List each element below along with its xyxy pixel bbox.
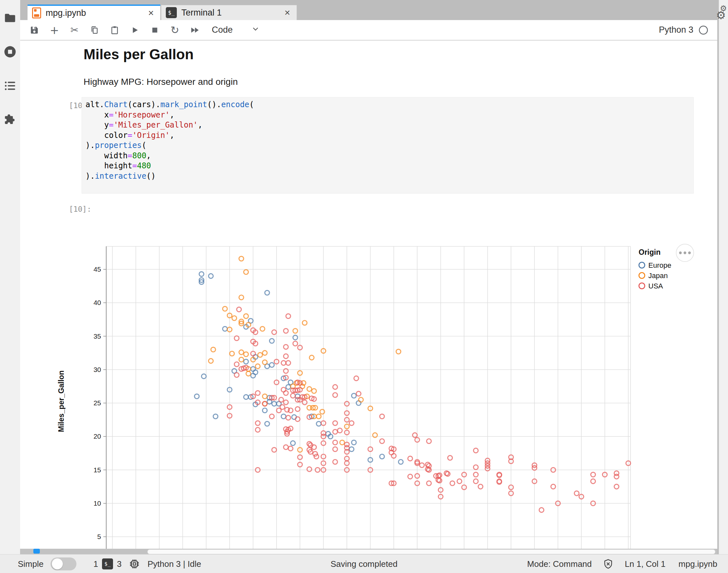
- data-point-usa[interactable]: [255, 427, 260, 432]
- data-point-usa[interactable]: [290, 393, 295, 398]
- data-point-japan[interactable]: [258, 353, 262, 357]
- data-point-japan[interactable]: [320, 410, 325, 414]
- data-point-japan[interactable]: [262, 351, 267, 355]
- tab-notebook[interactable]: mpg.ipynb ×: [28, 5, 160, 20]
- data-point-europe[interactable]: [201, 374, 206, 378]
- data-point-usa[interactable]: [333, 460, 337, 464]
- command-mode-indicator[interactable]: Mode: Command: [527, 559, 592, 569]
- data-point-usa[interactable]: [286, 361, 290, 365]
- run-all-button[interactable]: [189, 23, 201, 37]
- legend-symbol-europe[interactable]: [639, 262, 645, 268]
- data-point-usa[interactable]: [333, 421, 337, 425]
- data-point-japan[interactable]: [239, 256, 244, 261]
- data-point-usa[interactable]: [284, 400, 288, 405]
- tab-terminal[interactable]: $_ Terminal 1 ×: [161, 5, 297, 20]
- data-point-japan[interactable]: [307, 386, 311, 391]
- data-point-usa[interactable]: [237, 307, 241, 312]
- paste-cells-button[interactable]: [109, 23, 120, 37]
- data-point-usa[interactable]: [284, 369, 288, 373]
- data-point-europe[interactable]: [262, 408, 267, 413]
- data-point-usa[interactable]: [354, 376, 358, 380]
- data-point-europe[interactable]: [265, 421, 270, 426]
- data-point-japan[interactable]: [239, 350, 244, 355]
- data-point-usa[interactable]: [284, 345, 288, 349]
- data-point-japan[interactable]: [223, 307, 227, 311]
- data-point-japan[interactable]: [262, 394, 267, 399]
- data-point-europe[interactable]: [349, 447, 354, 451]
- data-point-usa[interactable]: [288, 446, 293, 451]
- data-point-usa[interactable]: [293, 341, 298, 346]
- cut-cells-button[interactable]: ✂: [69, 23, 80, 37]
- code-editor[interactable]: alt.Chart(cars).mark_point().encode( x='…: [86, 100, 254, 181]
- data-point-japan[interactable]: [317, 414, 321, 419]
- data-point-europe[interactable]: [265, 291, 270, 295]
- cell-type-dropdown[interactable]: Code: [212, 25, 259, 35]
- data-point-usa[interactable]: [272, 448, 276, 452]
- data-point-usa[interactable]: [412, 433, 417, 437]
- data-point-usa[interactable]: [262, 402, 267, 406]
- data-point-usa[interactable]: [450, 481, 455, 485]
- data-point-europe[interactable]: [199, 272, 204, 276]
- data-point-japan[interactable]: [239, 295, 244, 300]
- data-point-usa[interactable]: [591, 479, 595, 483]
- data-point-usa[interactable]: [272, 330, 276, 334]
- data-point-japan[interactable]: [255, 364, 260, 368]
- data-point-europe[interactable]: [352, 440, 356, 445]
- legend-symbol-japan[interactable]: [639, 273, 645, 278]
- horizontal-scrollbar[interactable]: [147, 550, 715, 554]
- data-point-usa[interactable]: [408, 456, 412, 461]
- close-icon[interactable]: ×: [282, 7, 292, 18]
- data-point-usa[interactable]: [474, 448, 478, 453]
- data-point-japan[interactable]: [244, 314, 248, 318]
- data-point-usa[interactable]: [474, 479, 478, 483]
- data-point-europe[interactable]: [244, 395, 248, 399]
- sidebar-extensions-icon[interactable]: [0, 113, 20, 127]
- data-point-europe[interactable]: [223, 327, 227, 331]
- data-point-europe[interactable]: [272, 402, 276, 406]
- run-cell-button[interactable]: [129, 23, 141, 37]
- data-point-europe[interactable]: [244, 359, 248, 364]
- data-point-usa[interactable]: [235, 362, 239, 366]
- data-point-europe[interactable]: [352, 393, 356, 398]
- data-point-japan[interactable]: [262, 360, 267, 365]
- data-point-usa[interactable]: [349, 421, 354, 425]
- data-point-usa[interactable]: [427, 481, 431, 485]
- data-point-japan[interactable]: [340, 440, 344, 445]
- stop-kernel-button[interactable]: [149, 23, 161, 37]
- sidebar-table-of-contents-icon[interactable]: [0, 79, 20, 94]
- data-point-europe[interactable]: [208, 273, 213, 278]
- data-point-europe[interactable]: [290, 441, 295, 446]
- data-point-europe[interactable]: [317, 421, 321, 426]
- data-point-europe[interactable]: [380, 454, 384, 459]
- data-point-japan[interactable]: [208, 359, 213, 363]
- data-point-japan[interactable]: [302, 320, 307, 325]
- data-point-europe[interactable]: [213, 414, 217, 419]
- data-point-usa[interactable]: [408, 474, 412, 479]
- data-point-usa[interactable]: [420, 463, 424, 467]
- data-point-usa[interactable]: [255, 421, 260, 425]
- data-point-usa[interactable]: [474, 472, 478, 477]
- close-icon[interactable]: ×: [146, 7, 156, 18]
- data-point-usa[interactable]: [235, 336, 239, 341]
- data-point-usa[interactable]: [284, 391, 288, 395]
- data-point-usa[interactable]: [255, 391, 260, 395]
- data-point-usa[interactable]: [235, 373, 239, 377]
- data-point-europe[interactable]: [398, 460, 403, 464]
- data-point-usa[interactable]: [295, 407, 300, 411]
- data-point-japan[interactable]: [358, 398, 363, 402]
- data-point-japan[interactable]: [246, 371, 251, 376]
- data-point-japan[interactable]: [230, 351, 234, 356]
- data-point-japan[interactable]: [312, 389, 317, 393]
- kernel-indicator[interactable]: Python 3: [659, 24, 709, 36]
- scatter-chart[interactable]: 1020304050607080901001101201301401501601…: [20, 193, 717, 549]
- data-point-usa[interactable]: [474, 465, 478, 469]
- data-point-usa[interactable]: [281, 361, 286, 365]
- data-point-europe[interactable]: [281, 414, 286, 419]
- data-point-usa[interactable]: [333, 430, 337, 434]
- data-point-usa[interactable]: [614, 484, 619, 489]
- data-point-usa[interactable]: [448, 456, 452, 460]
- data-point-japan[interactable]: [260, 327, 264, 331]
- data-point-japan[interactable]: [232, 316, 236, 320]
- data-point-usa[interactable]: [356, 392, 361, 396]
- data-point-japan[interactable]: [239, 357, 244, 362]
